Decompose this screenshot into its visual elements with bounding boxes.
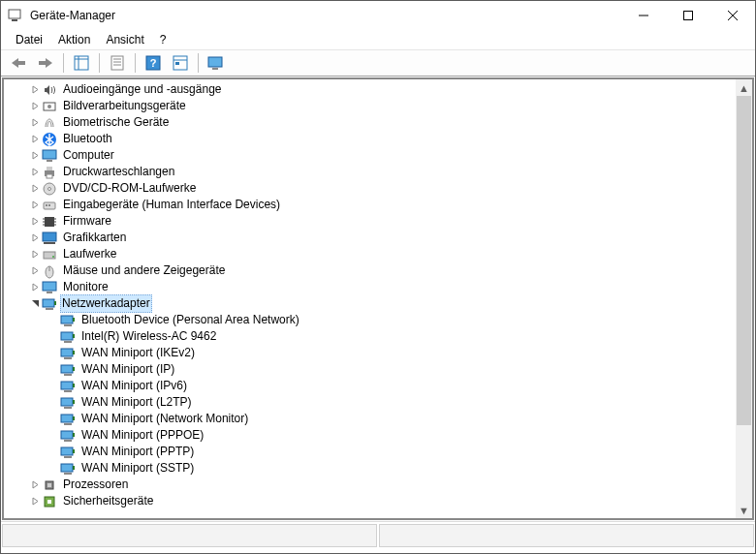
tree-node[interactable]: WAN Miniport (L2TP) bbox=[4, 394, 736, 411]
tree-node[interactable]: Laufwerke bbox=[4, 246, 736, 262]
expand-icon[interactable] bbox=[28, 281, 42, 294]
monitor-icon bbox=[42, 280, 57, 295]
tree-node-label: WAN Miniport (PPPOE) bbox=[79, 427, 205, 444]
expand-icon[interactable] bbox=[28, 182, 42, 196]
svg-rect-54 bbox=[73, 318, 75, 322]
expand-icon bbox=[47, 413, 60, 426]
status-cell-right bbox=[379, 524, 754, 547]
menu-help[interactable]: ? bbox=[153, 31, 173, 48]
tree-node[interactable]: Eingabegeräte (Human Interface Devices) bbox=[4, 197, 736, 213]
tree-node[interactable]: WAN Miniport (IP) bbox=[4, 361, 736, 378]
show-hidden-button[interactable] bbox=[169, 51, 192, 75]
svg-rect-86 bbox=[47, 500, 51, 504]
tree-node[interactable]: Netzwerkadapter bbox=[4, 295, 736, 312]
window-title: Geräte-Manager bbox=[26, 9, 621, 22]
tree-node-label: Intel(R) Wireless-AC 9462 bbox=[79, 328, 218, 345]
expand-icon bbox=[47, 462, 60, 476]
expand-icon[interactable] bbox=[28, 478, 42, 492]
tree-node[interactable]: Bluetooth bbox=[4, 131, 736, 147]
tree-node[interactable]: Firmware bbox=[4, 213, 736, 230]
toolbar: ? bbox=[1, 49, 755, 77]
tree-node[interactable]: Druckwarteschlangen bbox=[4, 164, 736, 180]
svg-rect-76 bbox=[64, 440, 72, 442]
svg-point-45 bbox=[52, 256, 54, 258]
chip-icon bbox=[42, 214, 57, 230]
tree-node[interactable]: DVD/CD-ROM-Laufwerke bbox=[4, 180, 736, 197]
svg-rect-72 bbox=[73, 416, 75, 420]
expand-icon[interactable] bbox=[28, 248, 42, 262]
expand-icon[interactable] bbox=[28, 199, 42, 212]
tree-node[interactable]: Intel(R) Wireless-AC 9462 bbox=[4, 328, 736, 345]
window-buttons bbox=[621, 1, 755, 30]
expand-icon[interactable] bbox=[28, 166, 42, 179]
svg-rect-75 bbox=[73, 433, 75, 437]
tree-node[interactable]: WAN Miniport (IPv6) bbox=[4, 378, 736, 394]
forward-button[interactable] bbox=[34, 51, 57, 75]
svg-rect-50 bbox=[43, 299, 54, 307]
minimize-button[interactable] bbox=[621, 1, 666, 30]
close-button[interactable] bbox=[710, 1, 755, 30]
tree-node[interactable]: WAN Miniport (Network Monitor) bbox=[4, 411, 736, 427]
tree-node[interactable]: Sicherheitsgeräte bbox=[4, 493, 736, 509]
tree-node-label: WAN Miniport (L2TP) bbox=[79, 394, 194, 411]
expand-icon[interactable] bbox=[28, 264, 42, 278]
tree-node[interactable]: WAN Miniport (SSTP) bbox=[4, 460, 736, 477]
tree-node[interactable]: Audioeingänge und -ausgänge bbox=[4, 81, 736, 98]
tree-node[interactable]: Bildverarbeitungsgeräte bbox=[4, 98, 736, 114]
expand-icon bbox=[47, 446, 60, 459]
tree-node-label: Laufwerke bbox=[61, 246, 118, 262]
menu-view[interactable]: Ansicht bbox=[99, 31, 150, 48]
expand-icon[interactable] bbox=[28, 231, 42, 245]
show-tree-button[interactable] bbox=[70, 51, 93, 75]
content-area: Audioeingänge und -ausgängeBildverarbeit… bbox=[2, 77, 754, 520]
back-button[interactable] bbox=[7, 51, 30, 75]
scroll-down-button[interactable]: ▼ bbox=[736, 502, 752, 518]
expand-icon[interactable] bbox=[28, 149, 42, 163]
svg-rect-21 bbox=[212, 68, 218, 70]
expand-icon[interactable] bbox=[28, 495, 42, 508]
svg-rect-58 bbox=[64, 341, 72, 343]
properties-button[interactable] bbox=[106, 51, 129, 75]
vertical-scrollbar[interactable]: ▲ ▼ bbox=[736, 79, 752, 518]
tree-node[interactable]: Bluetooth Device (Personal Area Network) bbox=[4, 312, 736, 328]
nic-icon bbox=[60, 412, 76, 427]
menu-file[interactable]: Datei bbox=[9, 31, 49, 48]
svg-rect-61 bbox=[64, 357, 72, 359]
tree-node-label: Biometrische Geräte bbox=[61, 114, 171, 131]
device-tree[interactable]: Audioeingänge und -ausgängeBildverarbeit… bbox=[4, 79, 736, 518]
tree-node-label: WAN Miniport (SSTP) bbox=[79, 460, 196, 477]
tree-node-label: Eingabegeräte (Human Interface Devices) bbox=[61, 197, 282, 213]
nic-icon bbox=[60, 445, 76, 460]
tree-node[interactable]: Monitore bbox=[4, 279, 736, 295]
menu-action[interactable]: Aktion bbox=[51, 31, 97, 48]
svg-rect-82 bbox=[64, 473, 72, 475]
tree-node[interactable]: Computer bbox=[4, 147, 736, 164]
expand-icon[interactable] bbox=[28, 83, 42, 97]
tree-node[interactable]: Biometrische Geräte bbox=[4, 114, 736, 131]
svg-rect-78 bbox=[73, 449, 75, 453]
scan-hardware-button[interactable] bbox=[205, 51, 228, 75]
tree-node[interactable]: WAN Miniport (PPPOE) bbox=[4, 427, 736, 444]
collapse-icon[interactable] bbox=[28, 297, 42, 311]
expand-icon[interactable] bbox=[28, 133, 42, 146]
svg-rect-77 bbox=[61, 447, 73, 455]
monitor-icon bbox=[42, 148, 57, 164]
scroll-thumb[interactable] bbox=[737, 96, 751, 425]
tree-node[interactable]: WAN Miniport (PPTP) bbox=[4, 444, 736, 460]
expand-icon[interactable] bbox=[28, 215, 42, 229]
maximize-button[interactable] bbox=[666, 1, 710, 30]
toolbar-separator bbox=[63, 53, 64, 73]
titlebar: Geräte-Manager bbox=[1, 1, 755, 30]
help-button[interactable]: ? bbox=[142, 51, 165, 75]
svg-rect-55 bbox=[64, 324, 72, 326]
svg-rect-66 bbox=[73, 384, 75, 387]
expand-icon[interactable] bbox=[28, 100, 42, 113]
svg-rect-35 bbox=[45, 217, 54, 227]
scroll-up-button[interactable]: ▲ bbox=[736, 79, 752, 96]
tree-node[interactable]: Mäuse und andere Zeigegeräte bbox=[4, 262, 736, 279]
svg-text:?: ? bbox=[150, 57, 157, 69]
expand-icon[interactable] bbox=[28, 116, 42, 130]
tree-node[interactable]: WAN Miniport (IKEv2) bbox=[4, 345, 736, 361]
tree-node[interactable]: Prozessoren bbox=[4, 477, 736, 493]
tree-node[interactable]: Grafikkarten bbox=[4, 230, 736, 246]
